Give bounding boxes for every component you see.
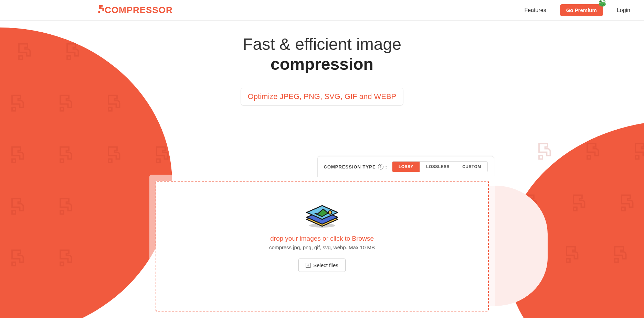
go-premium-button[interactable]: Go Premium [560,4,603,16]
clamp-pattern-icon [55,144,76,165]
clamp-pattern-icon [630,141,644,162]
drop-zone-wrapper: drop your images or click to Browse comp… [149,175,495,318]
nav-features[interactable]: Features [525,7,546,13]
svg-point-5 [600,1,601,2]
svg-point-12 [328,211,332,214]
hero-line2: compression [271,55,373,73]
drop-zone-subtitle: compress jpg, png, gif, svg, webp. Max 1… [156,244,488,250]
hero-line1: Fast & efficient image [243,35,401,53]
image-stack-icon [303,199,341,228]
clamp-pattern-icon [568,193,589,213]
formats-badge: Optimize JPEG, PNG, SVG, GIF and WEBP [241,88,404,106]
plus-icon: + [306,263,310,268]
clamp-pattern-icon [7,144,28,165]
hero: Fast & efficient image compression Optim… [0,34,644,106]
compression-type-bar: COMPRESSION TYPE ? : LOSSY LOSSLESS CUST… [317,156,494,177]
clamp-pattern-icon [151,144,172,165]
clamp-pattern-icon [610,244,630,265]
clamp-pattern-icon [103,144,124,165]
tab-lossless[interactable]: LOSSLESS [420,162,456,172]
logo[interactable]: COMPRESSOR [96,4,173,16]
svg-point-6 [604,1,604,2]
header: COMPRESSOR Features Go Premium Login [0,0,644,21]
compression-type-tabs: LOSSY LOSSLESS CUSTOM [392,161,488,172]
clamp-pattern-icon [7,248,28,268]
select-files-label: Select files [313,262,338,268]
nav-login[interactable]: Login [617,7,630,13]
clamp-pattern-icon [55,196,76,217]
nav: Features Go Premium Login [525,4,630,16]
frog-icon [598,0,607,8]
clamp-pattern-icon [616,193,637,213]
logo-text: COMPRESSOR [105,5,173,15]
clamp-pattern-icon [55,248,76,268]
clamp-icon [96,4,104,16]
hero-title: Fast & efficient image compression [0,34,644,74]
compression-type-text: COMPRESSION TYPE [324,164,376,169]
clamp-pattern-icon [582,141,603,162]
clamp-pattern-icon [534,141,555,162]
drop-zone-title: drop your images or click to Browse [156,235,488,242]
compression-type-label: COMPRESSION TYPE ? : [324,164,387,169]
clamp-pattern-icon [561,244,582,265]
go-premium-label: Go Premium [566,7,597,13]
colon: : [386,164,387,169]
drop-zone[interactable]: drop your images or click to Browse comp… [156,181,489,311]
help-icon[interactable]: ? [378,164,383,169]
clamp-pattern-icon [7,196,28,217]
select-files-button[interactable]: + Select files [298,259,346,272]
tab-custom[interactable]: CUSTOM [456,162,487,172]
tab-lossy[interactable]: LOSSY [392,162,420,172]
